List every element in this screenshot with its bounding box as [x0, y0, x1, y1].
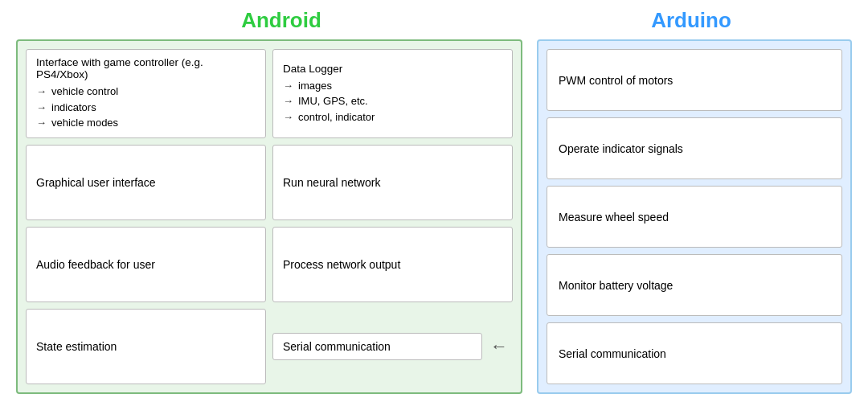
android-section: Interface with game controller (e.g. PS4… [16, 39, 522, 394]
list-item: →indicators [36, 100, 118, 116]
measure-wheel-speed-cell: Measure wheel speed [547, 186, 842, 248]
monitor-battery-label: Monitor battery voltage [559, 279, 673, 292]
state-estimation-cell: State estimation [26, 309, 266, 384]
list-item: →vehicle modes [36, 115, 118, 131]
run-neural-network-label: Run neural network [283, 176, 380, 189]
pwm-control-label: PWM control of motors [559, 74, 673, 87]
data-logger-title: Data Logger [283, 63, 342, 75]
list-item: →IMU, GPS, etc. [283, 93, 375, 109]
process-network-output-cell: Process network output [272, 227, 513, 302]
process-network-output-label: Process network output [283, 258, 400, 271]
pwm-control-cell: PWM control of motors [547, 49, 842, 111]
monitor-battery-cell: Monitor battery voltage [547, 254, 842, 316]
audio-feedback-label: Audio feedback for user [36, 258, 155, 271]
serial-comm-android-label: Serial communication [283, 340, 391, 353]
run-neural-network-cell: Run neural network [272, 145, 513, 220]
graphical-user-interface-cell: Graphical user interface [26, 145, 266, 220]
serial-comm-android-cell: Serial communication [272, 333, 482, 360]
interface-controller-title: Interface with game controller (e.g. PS4… [36, 56, 256, 80]
serial-comm-android-wrapper: Serial communication ← [272, 309, 513, 384]
graphical-ui-label: Graphical user interface [36, 176, 156, 189]
list-item: →images [283, 78, 375, 94]
state-estimation-label: State estimation [36, 340, 117, 353]
list-item: →control, indicator [283, 109, 375, 125]
audio-feedback-cell: Audio feedback for user [26, 227, 266, 302]
serial-comm-arduino-cell: Serial communication [547, 322, 842, 384]
android-title: Android [24, 8, 538, 33]
measure-wheel-speed-label: Measure wheel speed [559, 211, 669, 224]
data-logger-cell: Data Logger →images →IMU, GPS, etc. →con… [272, 49, 513, 138]
list-item: →vehicle control [36, 84, 118, 100]
arduino-section: PWM control of motors Operate indicator … [537, 39, 852, 394]
operate-indicator-label: Operate indicator signals [559, 142, 683, 155]
arduino-title: Arduino [538, 8, 844, 33]
interface-controller-cell: Interface with game controller (e.g. PS4… [26, 49, 266, 138]
operate-indicator-cell: Operate indicator signals [547, 117, 842, 179]
serial-arrow-icon: ← [490, 336, 508, 357]
serial-comm-arduino-label: Serial communication [559, 347, 666, 360]
